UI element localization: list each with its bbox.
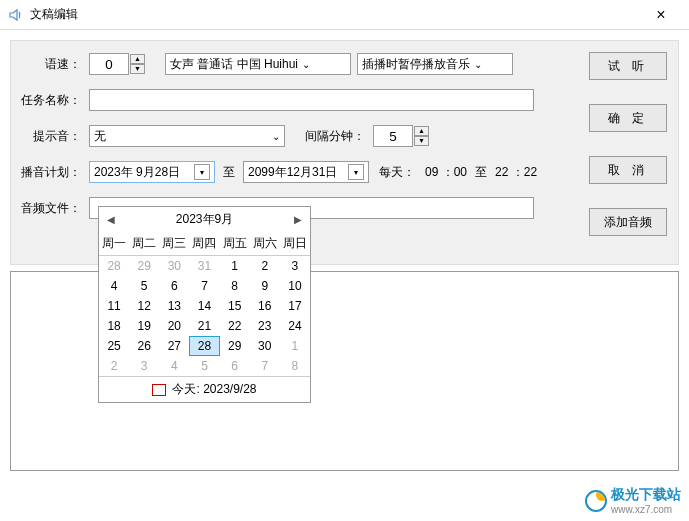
today-label: 今天: 2023/9/28 [172,381,256,398]
preview-button[interactable]: 试 听 [589,52,667,80]
speed-input[interactable] [89,53,129,75]
alert-label: 提示音： [21,128,89,145]
calendar-day[interactable]: 16 [250,296,280,316]
calendar-day[interactable]: 1 [280,336,310,356]
calendar-day[interactable]: 28 [99,256,129,276]
calendar-day[interactable]: 4 [99,276,129,296]
time-start[interactable]: 09 ：00 [425,164,467,181]
speed-up[interactable]: ▲ [130,54,145,64]
calendar-day[interactable]: 10 [280,276,310,296]
calendar-footer[interactable]: 今天: 2023/9/28 [99,376,310,402]
calendar-day[interactable]: 31 [189,256,219,276]
interval-down[interactable]: ▼ [414,136,429,146]
add-audio-button[interactable]: 添加音频 [589,208,667,236]
calendar-day[interactable]: 6 [159,276,189,296]
interval-spinner[interactable]: ▲ ▼ [373,125,429,147]
calendar-day-header: 周三 [159,232,189,256]
calendar-day[interactable]: 1 [220,256,250,276]
calendar-day[interactable]: 24 [280,316,310,336]
calendar-day[interactable]: 5 [129,276,159,296]
calendar-day[interactable]: 5 [189,356,219,376]
alert-select[interactable]: 无 ⌄ [89,125,285,147]
calendar-day-header: 周六 [250,232,280,256]
daily-label: 每天： [369,164,425,181]
calendar-day[interactable]: 30 [159,256,189,276]
calendar-day[interactable]: 4 [159,356,189,376]
calendar-day[interactable]: 3 [129,356,159,376]
time-end[interactable]: 22 ：22 [495,164,537,181]
calendar-day[interactable]: 19 [129,316,159,336]
row-alert: 提示音： 无 ⌄ 间隔分钟： ▲ ▼ [21,125,668,147]
speed-label: 语速： [21,56,89,73]
calendar-day[interactable]: 11 [99,296,129,316]
pause-value: 插播时暂停播放音乐 [362,56,470,73]
end-date-value: 2099年12月31日 [248,164,337,181]
calendar-day[interactable]: 18 [99,316,129,336]
calendar-dropdown-icon[interactable]: ▾ [194,164,210,180]
row-speed: 语速： ▲ ▼ 女声 普通话 中国 Huihui ⌄ 插播时暂停播放音乐 ⌄ [21,53,668,75]
calendar-day-header: 周日 [280,232,310,256]
calendar-day-header: 周一 [99,232,129,256]
taskname-label: 任务名称： [21,92,89,109]
calendar-day[interactable]: 2 [250,256,280,276]
calendar-day[interactable]: 21 [189,316,219,336]
pause-select[interactable]: 插播时暂停播放音乐 ⌄ [357,53,513,75]
calendar-month-label[interactable]: 2023年9月 [176,211,233,228]
ok-button[interactable]: 确 定 [589,104,667,132]
today-marker-icon [152,384,166,396]
button-column: 试 听 确 定 取 消 添加音频 [589,52,667,236]
prev-month-button[interactable]: ◀ [107,214,115,225]
calendar-day[interactable]: 8 [280,356,310,376]
calendar-day[interactable]: 8 [220,276,250,296]
chevron-down-icon: ⌄ [302,59,310,70]
calendar-day[interactable]: 15 [220,296,250,316]
chevron-down-icon: ⌄ [272,131,280,142]
calendar-day[interactable]: 30 [250,336,280,356]
start-date-value: 2023年 9月28日 [94,164,180,181]
calendar-grid: 周一周二周三周四周五周六周日28293031123456789101112131… [99,232,310,376]
calendar-dropdown-icon[interactable]: ▾ [348,164,364,180]
cancel-button[interactable]: 取 消 [589,156,667,184]
calendar-day[interactable]: 6 [220,356,250,376]
close-button[interactable]: × [641,6,681,24]
calendar-day[interactable]: 26 [129,336,159,356]
calendar-day[interactable]: 9 [250,276,280,296]
taskname-input[interactable] [89,89,534,111]
chevron-down-icon: ⌄ [474,59,482,70]
calendar-day[interactable]: 3 [280,256,310,276]
calendar-day[interactable]: 23 [250,316,280,336]
calendar-day[interactable]: 7 [250,356,280,376]
calendar-day[interactable]: 2 [99,356,129,376]
calendar-day[interactable]: 13 [159,296,189,316]
interval-label: 间隔分钟： [305,128,365,145]
calendar-day[interactable]: 28 [189,336,219,356]
start-date-picker[interactable]: 2023年 9月28日 ▾ [89,161,215,183]
calendar-day[interactable]: 20 [159,316,189,336]
watermark-url: www.xz7.com [611,504,681,515]
calendar-day[interactable]: 12 [129,296,159,316]
megaphone-icon [8,7,24,23]
speed-spinner[interactable]: ▲ ▼ [89,53,145,75]
voice-select[interactable]: 女声 普通话 中国 Huihui ⌄ [165,53,351,75]
next-month-button[interactable]: ▶ [294,214,302,225]
calendar-day[interactable]: 14 [189,296,219,316]
interval-input[interactable] [373,125,413,147]
calendar-day-header: 周四 [189,232,219,256]
calendar-day[interactable]: 27 [159,336,189,356]
speed-down[interactable]: ▼ [130,64,145,74]
alert-value: 无 [94,128,106,145]
calendar-day[interactable]: 7 [189,276,219,296]
watermark: 极光下载站 www.xz7.com [585,486,681,515]
to-label: 至 [215,164,243,181]
calendar-day[interactable]: 29 [220,336,250,356]
calendar-day[interactable]: 25 [99,336,129,356]
row-plan: 播音计划： 2023年 9月28日 ▾ 至 2099年12月31日 ▾ 每天： … [21,161,668,183]
window-title: 文稿编辑 [30,6,641,23]
calendar-day[interactable]: 22 [220,316,250,336]
end-date-picker[interactable]: 2099年12月31日 ▾ [243,161,369,183]
calendar-day[interactable]: 17 [280,296,310,316]
calendar-day[interactable]: 29 [129,256,159,276]
interval-up[interactable]: ▲ [414,126,429,136]
title-bar: 文稿编辑 × [0,0,689,30]
voice-value: 女声 普通话 中国 Huihui [170,56,298,73]
